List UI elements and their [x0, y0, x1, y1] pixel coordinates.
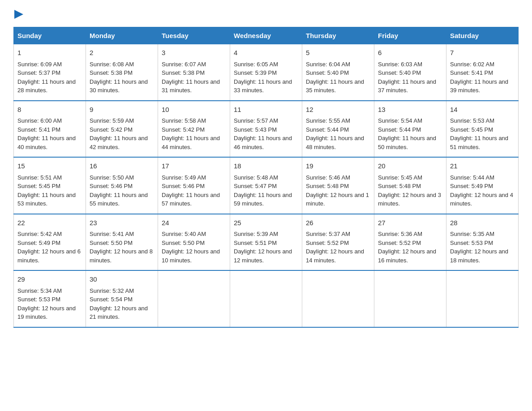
- sunset-info: Sunset: 5:52 PM: [306, 240, 349, 246]
- calendar-cell: [302, 270, 374, 327]
- sunrise-info: Sunrise: 6:03 AM: [378, 61, 422, 68]
- daylight-info: Daylight: 11 hours and 33 minutes.: [234, 78, 292, 94]
- day-number: 26: [306, 218, 370, 228]
- sunset-info: Sunset: 5:40 PM: [378, 69, 421, 76]
- daylight-info: Daylight: 11 hours and 55 minutes.: [90, 192, 148, 207]
- day-number: 8: [17, 105, 82, 115]
- daylight-info: Daylight: 12 hours and 4 minutes.: [450, 192, 513, 207]
- daylight-info: Daylight: 12 hours and 16 minutes.: [378, 248, 436, 264]
- day-number: 5: [306, 48, 370, 58]
- daylight-info: Daylight: 11 hours and 40 minutes.: [17, 135, 76, 150]
- day-number: 13: [378, 105, 442, 115]
- calendar-cell: [230, 270, 302, 327]
- sunset-info: Sunset: 5:48 PM: [306, 183, 349, 189]
- calendar-table: SundayMondayTuesdayWednesdayThursdayFrid…: [13, 27, 519, 328]
- sunset-info: Sunset: 5:50 PM: [90, 240, 133, 246]
- header-saturday: Saturday: [446, 27, 519, 44]
- sunrise-info: Sunrise: 5:34 AM: [17, 287, 62, 294]
- sunrise-info: Sunrise: 5:44 AM: [450, 174, 494, 181]
- daylight-info: Daylight: 12 hours and 10 minutes.: [162, 248, 220, 264]
- calendar-cell: 13 Sunrise: 5:54 AM Sunset: 5:44 PM Dayl…: [374, 101, 446, 158]
- calendar-cell: 24 Sunrise: 5:40 AM Sunset: 5:50 PM Dayl…: [158, 214, 230, 271]
- calendar-cell: 17 Sunrise: 5:49 AM Sunset: 5:46 PM Dayl…: [158, 157, 230, 214]
- day-number: 3: [162, 48, 226, 58]
- sunset-info: Sunset: 5:47 PM: [234, 183, 277, 189]
- calendar-cell: 19 Sunrise: 5:46 AM Sunset: 5:48 PM Dayl…: [302, 157, 374, 214]
- day-number: 6: [378, 48, 442, 58]
- sunrise-info: Sunrise: 5:41 AM: [90, 231, 134, 237]
- sunrise-info: Sunrise: 5:46 AM: [306, 174, 350, 181]
- day-number: 15: [17, 161, 82, 171]
- week-row-4: 22 Sunrise: 5:42 AM Sunset: 5:49 PM Dayl…: [14, 214, 519, 271]
- daylight-info: Daylight: 12 hours and 21 minutes.: [90, 305, 148, 321]
- sunrise-info: Sunrise: 6:05 AM: [234, 61, 278, 68]
- sunset-info: Sunset: 5:43 PM: [234, 126, 277, 133]
- sunset-info: Sunset: 5:53 PM: [17, 296, 60, 303]
- day-number: 20: [378, 161, 442, 171]
- calendar-cell: 2 Sunrise: 6:08 AM Sunset: 5:38 PM Dayli…: [86, 44, 158, 101]
- sunrise-info: Sunrise: 6:07 AM: [162, 61, 206, 68]
- calendar-cell: 12 Sunrise: 5:55 AM Sunset: 5:44 PM Dayl…: [302, 101, 374, 158]
- day-number: 14: [450, 105, 515, 115]
- sunrise-info: Sunrise: 6:00 AM: [17, 117, 62, 124]
- sunset-info: Sunset: 5:49 PM: [17, 240, 60, 246]
- daylight-info: Daylight: 11 hours and 57 minutes.: [162, 192, 220, 207]
- daylight-info: Daylight: 11 hours and 37 minutes.: [378, 78, 436, 94]
- daylight-info: Daylight: 12 hours and 3 minutes.: [378, 192, 441, 207]
- week-row-2: 8 Sunrise: 6:00 AM Sunset: 5:41 PM Dayli…: [14, 101, 519, 158]
- daylight-info: Daylight: 11 hours and 44 minutes.: [162, 135, 220, 150]
- calendar-cell: 6 Sunrise: 6:03 AM Sunset: 5:40 PM Dayli…: [374, 44, 446, 101]
- svg-marker-0: [14, 10, 23, 19]
- header-wednesday: Wednesday: [230, 27, 302, 44]
- daylight-info: Daylight: 12 hours and 14 minutes.: [306, 248, 364, 264]
- calendar-cell: 8 Sunrise: 6:00 AM Sunset: 5:41 PM Dayli…: [14, 101, 86, 158]
- day-number: 28: [450, 218, 515, 228]
- sunrise-info: Sunrise: 5:55 AM: [306, 117, 350, 124]
- calendar-cell: 30 Sunrise: 5:32 AM Sunset: 5:54 PM Dayl…: [86, 270, 158, 327]
- calendar-cell: [158, 270, 230, 327]
- daylight-info: Daylight: 11 hours and 39 minutes.: [450, 78, 508, 94]
- calendar-cell: 9 Sunrise: 5:59 AM Sunset: 5:42 PM Dayli…: [86, 101, 158, 158]
- calendar-cell: 27 Sunrise: 5:36 AM Sunset: 5:52 PM Dayl…: [374, 214, 446, 271]
- calendar-cell: [446, 270, 519, 327]
- sunset-info: Sunset: 5:44 PM: [378, 126, 421, 133]
- calendar-cell: 1 Sunrise: 6:09 AM Sunset: 5:37 PM Dayli…: [14, 44, 86, 101]
- sunset-info: Sunset: 5:51 PM: [234, 240, 277, 246]
- sunrise-info: Sunrise: 5:45 AM: [378, 174, 422, 181]
- header-sunday: Sunday: [14, 27, 86, 44]
- sunset-info: Sunset: 5:38 PM: [90, 69, 133, 76]
- day-number: 12: [306, 105, 370, 115]
- sunrise-info: Sunrise: 5:54 AM: [378, 117, 422, 124]
- sunrise-info: Sunrise: 6:02 AM: [450, 61, 494, 68]
- day-number: 21: [450, 161, 515, 171]
- day-number: 16: [90, 161, 154, 171]
- calendar-header-row: SundayMondayTuesdayWednesdayThursdayFrid…: [14, 27, 519, 44]
- calendar-cell: 21 Sunrise: 5:44 AM Sunset: 5:49 PM Dayl…: [446, 157, 519, 214]
- sunrise-info: Sunrise: 5:37 AM: [306, 231, 350, 237]
- sunrise-info: Sunrise: 5:42 AM: [17, 231, 62, 237]
- calendar-cell: 28 Sunrise: 5:35 AM Sunset: 5:53 PM Dayl…: [446, 214, 519, 271]
- header-monday: Monday: [86, 27, 158, 44]
- calendar-cell: 16 Sunrise: 5:50 AM Sunset: 5:46 PM Dayl…: [86, 157, 158, 214]
- daylight-info: Daylight: 11 hours and 42 minutes.: [90, 135, 148, 150]
- header-tuesday: Tuesday: [158, 27, 230, 44]
- sunrise-info: Sunrise: 5:36 AM: [378, 231, 422, 237]
- logo-arrow-icon: [14, 10, 23, 19]
- sunrise-info: Sunrise: 6:08 AM: [90, 61, 134, 68]
- sunrise-info: Sunrise: 5:39 AM: [234, 231, 278, 237]
- day-number: 11: [234, 105, 298, 115]
- day-number: 7: [450, 48, 515, 58]
- sunrise-info: Sunrise: 5:50 AM: [90, 174, 134, 181]
- sunrise-info: Sunrise: 6:09 AM: [17, 61, 62, 68]
- day-number: 19: [306, 161, 370, 171]
- daylight-info: Daylight: 11 hours and 31 minutes.: [162, 78, 220, 94]
- day-number: 29: [17, 274, 82, 285]
- calendar-cell: 5 Sunrise: 6:04 AM Sunset: 5:40 PM Dayli…: [302, 44, 374, 101]
- sunset-info: Sunset: 5:46 PM: [90, 183, 133, 189]
- calendar-cell: 25 Sunrise: 5:39 AM Sunset: 5:51 PM Dayl…: [230, 214, 302, 271]
- sunrise-info: Sunrise: 5:35 AM: [450, 231, 494, 237]
- sunrise-info: Sunrise: 5:51 AM: [17, 174, 62, 181]
- sunset-info: Sunset: 5:42 PM: [90, 126, 133, 133]
- page-header: [13, 9, 519, 19]
- sunset-info: Sunset: 5:46 PM: [162, 183, 205, 189]
